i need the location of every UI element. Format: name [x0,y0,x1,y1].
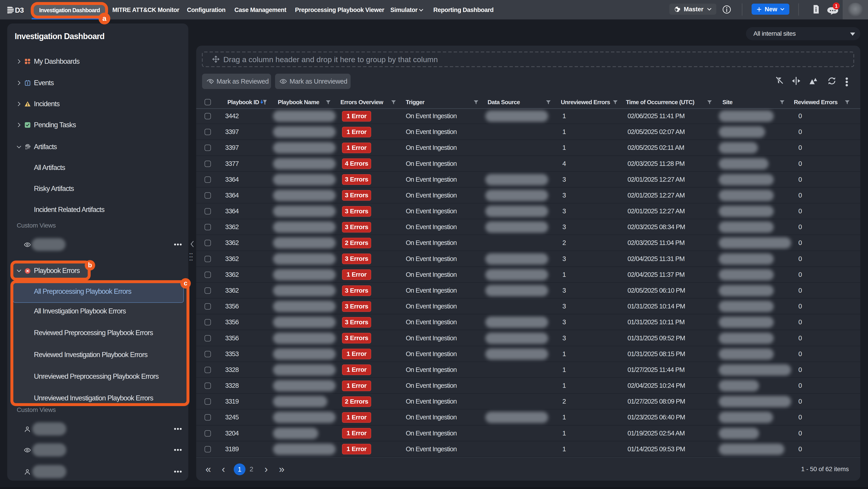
svg-text:D3: D3 [15,6,24,13]
